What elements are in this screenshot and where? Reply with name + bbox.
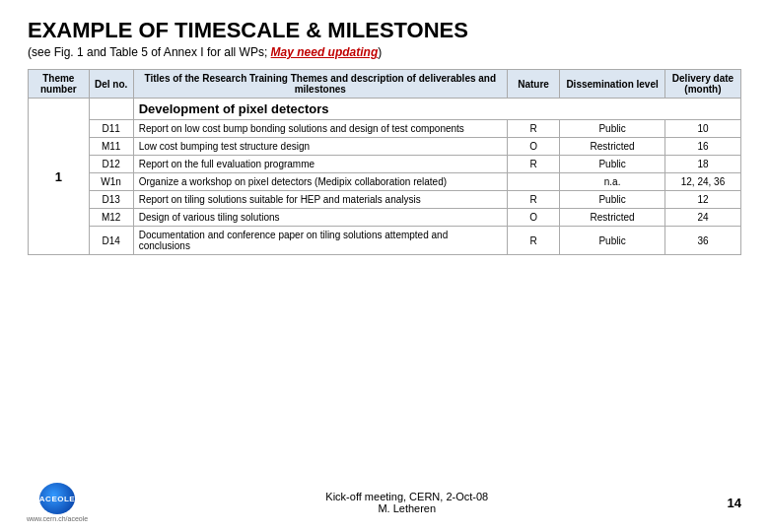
logo-sub: www.cern.ch/aceole (27, 515, 88, 522)
section-header-row: 1Development of pixel detectors (29, 99, 741, 120)
table-row: M11Low cost bumping test structure desig… (29, 138, 741, 156)
del-number: D14 (89, 227, 133, 255)
table-row: W1nOrganize a workshop on pixel detector… (29, 173, 741, 191)
row-title: Report on low cost bump bonding solution… (133, 120, 507, 138)
footer-center: Kick-off meeting, CERN, 2-Oct-08 M. Leth… (325, 491, 488, 514)
presenter: M. Letheren (325, 502, 488, 514)
row-nature (507, 173, 559, 191)
header-del: Del no. (89, 70, 133, 99)
del-number: D13 (89, 191, 133, 209)
table-row: D14Documentation and conference paper on… (29, 227, 741, 255)
header-theme: Theme number (29, 70, 90, 99)
header-nature: Nature (507, 70, 559, 99)
row-nature: O (507, 138, 559, 156)
row-dissem: n.a. (560, 173, 665, 191)
section-title: Development of pixel detectors (133, 99, 740, 120)
row-dissem: Public (560, 120, 665, 138)
logo-text: ACEOLE (39, 495, 75, 503)
subtitle-highlight: May need updating (271, 45, 379, 59)
page-title: EXAMPLE OF TIMESCALE & MILESTONES (28, 18, 741, 43)
blank-del (89, 99, 133, 120)
row-title: Design of various tiling solutions (133, 209, 507, 227)
del-number: D12 (89, 156, 133, 173)
del-number: M11 (89, 138, 133, 156)
milestones-table: Theme number Del no. Titles of the Resea… (28, 69, 741, 255)
logo-circle: ACEOLE (39, 483, 75, 514)
page-number: 14 (728, 496, 741, 510)
table-row: D13Report on tiling solutions suitable f… (29, 191, 741, 209)
del-number: W1n (89, 173, 133, 191)
row-title: Report on the full evaluation programme (133, 156, 507, 173)
row-nature: R (507, 156, 559, 173)
row-dissem: Restricted (560, 209, 665, 227)
row-nature: R (507, 191, 559, 209)
row-date: 12, 24, 36 (664, 173, 740, 191)
row-title: Organize a workshop on pixel detectors (… (133, 173, 507, 191)
table-row: D12Report on the full evaluation program… (29, 156, 741, 173)
row-nature: R (507, 227, 559, 255)
theme-number: 1 (29, 99, 90, 255)
del-number: M12 (89, 209, 133, 227)
subtitle: (see Fig. 1 and Table 5 of Annex I for a… (28, 45, 741, 59)
row-nature: R (507, 120, 559, 138)
row-date: 24 (664, 209, 740, 227)
row-nature: O (507, 209, 559, 227)
table-row: D11Report on low cost bump bonding solut… (29, 120, 741, 138)
row-dissem: Public (560, 191, 665, 209)
logo: ACEOLE www.cern.ch/aceole (28, 483, 87, 522)
header-dissem: Dissemination level (560, 70, 665, 99)
meeting-info: Kick-off meeting, CERN, 2-Oct-08 (325, 491, 488, 502)
row-title: Report on tiling solutions suitable for … (133, 191, 507, 209)
subtitle-text: (see Fig. 1 and Table 5 of Annex I for a… (28, 45, 267, 59)
row-title: Documentation and conference paper on ti… (133, 227, 507, 255)
row-date: 18 (664, 156, 740, 173)
row-title: Low cost bumping test structure design (133, 138, 507, 156)
table-row: M12Design of various tiling solutionsORe… (29, 209, 741, 227)
row-dissem: Restricted (560, 138, 665, 156)
row-date: 16 (664, 138, 740, 156)
row-dissem: Public (560, 227, 665, 255)
row-date: 12 (664, 191, 740, 209)
header-delivery: Delivery date (month) (664, 70, 740, 99)
footer: ACEOLE www.cern.ch/aceole Kick-off meeti… (28, 477, 741, 522)
row-date: 36 (664, 227, 740, 255)
row-date: 10 (664, 120, 740, 138)
header-titles: Titles of the Research Training Themes a… (133, 70, 507, 99)
del-number: D11 (89, 120, 133, 138)
row-dissem: Public (560, 156, 665, 173)
page: EXAMPLE OF TIMESCALE & MILESTONES (see F… (0, 0, 769, 532)
